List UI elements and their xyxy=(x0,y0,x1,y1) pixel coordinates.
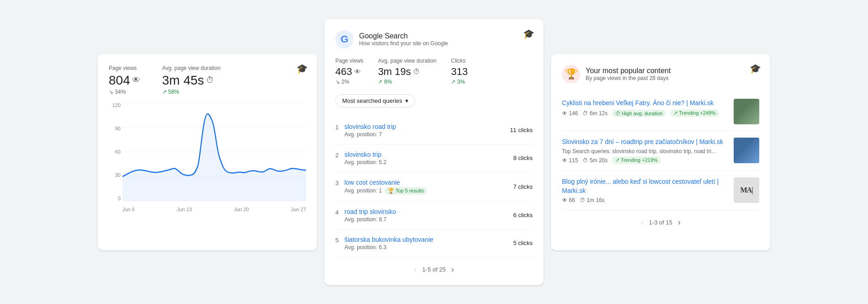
right-card-subtitle: By page views in the past 28 days xyxy=(586,75,671,81)
left-pv-value: 804 👁 xyxy=(109,73,140,88)
chevron-down-icon: ▾ xyxy=(405,97,408,104)
right-card-title: Your most popular content xyxy=(586,67,671,75)
content-item-2: Slovinsko za 7 dní – roadtrip pre začiat… xyxy=(562,131,759,171)
chart-svg xyxy=(122,102,306,201)
eye-icon: 👁 xyxy=(132,75,140,85)
middle-card: 🎓 G Google Search How visitors find your… xyxy=(324,19,544,285)
middle-card-header: G Google Search How visitors find your s… xyxy=(335,30,533,48)
right-pagination-info: 1-3 of 15 xyxy=(649,219,672,226)
left-dur-label: Avg. page view duration xyxy=(162,65,221,71)
timer-icon-mid: ⏱ xyxy=(413,68,420,75)
right-next-btn[interactable]: › xyxy=(678,218,681,227)
left-avg-duration: Avg. page view duration 3m 45s ⏱ ↗ 58% xyxy=(162,65,221,95)
query-item-3: 3 low cost cestovanie Avg. position: 1 🏆… xyxy=(335,172,533,202)
middle-clicks: Clicks 313 ↗ 3% xyxy=(451,58,468,85)
queries-dropdown[interactable]: Most searched queries ▾ xyxy=(335,94,415,107)
right-card: 🎓 🏆 Your most popular content By page vi… xyxy=(551,54,770,251)
right-card-icon-btn[interactable]: 🎓 xyxy=(750,63,761,74)
query-item-2: 2 slovinsko trip Avg. position: 5.2 8 cl… xyxy=(335,144,533,172)
high-avg-badge: ⏱ High avg. duration xyxy=(612,110,666,117)
trophy-logo: 🏆 xyxy=(562,65,580,83)
left-dur-change: ↗ 58% xyxy=(162,89,221,95)
trending-badge-2: ↗ Trending +219% xyxy=(612,156,661,164)
right-prev-btn[interactable]: ‹ xyxy=(640,218,643,227)
trending-badge-1: ↗ Trending +248% xyxy=(670,109,719,117)
thumb-3: MA| xyxy=(734,177,759,203)
top5-badge: 🏆 Top 5 results xyxy=(385,187,427,195)
middle-pagination: ‹ 1-5 of 25 › xyxy=(335,265,533,274)
chart-area: 120 90 60 30 0 Jun 6 Jun 13 Jun 20 Jun 2… xyxy=(109,102,306,212)
google-logo: G xyxy=(335,30,354,48)
eye-icon-mid: 👁 xyxy=(354,68,361,75)
right-card-titles: Your most popular content By page views … xyxy=(586,67,671,81)
right-pagination: ‹ 1-3 of 15 › xyxy=(562,218,759,227)
left-pv-change: ↘ 34% xyxy=(109,89,140,95)
left-card: Page views 804 👁 ↘ 34% Avg. page view du… xyxy=(98,54,317,251)
left-pv-label: Page views xyxy=(109,65,140,71)
left-metrics: Page views 804 👁 ↘ 34% Avg. page view du… xyxy=(109,65,306,95)
middle-card-title: Google Search xyxy=(359,32,448,40)
query-list: 1 slovinsko road trip Avg. position: 7 1… xyxy=(335,117,533,257)
content-item-1: Cyklisti na hrebeni Veľkej Fatry. Áno či… xyxy=(562,92,759,131)
middle-card-titles: Google Search How visitors find your sit… xyxy=(359,32,448,47)
content-item-3: Blog plný irónie... alebo keď si lowcost… xyxy=(562,171,759,210)
right-card-header: 🏆 Your most popular content By page view… xyxy=(562,65,759,83)
left-dur-value: 3m 45s ⏱ xyxy=(162,73,221,88)
next-page-btn[interactable]: › xyxy=(451,265,454,274)
prev-page-btn[interactable]: ‹ xyxy=(414,265,417,274)
middle-metrics: Page views 463 👁 ↘ 2% Avg. page view dur… xyxy=(335,58,533,85)
thumb-2 xyxy=(734,138,759,163)
thumb-1 xyxy=(734,99,759,124)
left-card-icon-btn[interactable]: 🎓 xyxy=(296,63,308,74)
timer-icon: ⏱ xyxy=(206,75,214,85)
middle-pv: Page views 463 👁 ↘ 2% xyxy=(335,58,363,85)
chart-y-labels: 120 90 60 30 0 xyxy=(109,102,121,201)
query-item-5: 5 šiatorska bukovinka ubytovanie Avg. po… xyxy=(335,229,533,257)
chart-x-labels: Jun 6 Jun 13 Jun 20 Jun 27 xyxy=(122,207,306,212)
pagination-info: 1-5 of 25 xyxy=(422,266,445,273)
left-page-views: Page views 804 👁 ↘ 34% xyxy=(109,65,140,95)
query-item-4: 4 road trip slovinsko Avg. position: 8.7… xyxy=(335,202,533,229)
middle-card-subtitle: How visitors find your site on Google xyxy=(359,40,448,47)
query-item-1: 1 slovinsko road trip Avg. position: 7 1… xyxy=(335,117,533,144)
middle-card-icon-btn[interactable]: 🎓 xyxy=(523,28,535,39)
middle-dur: Avg. page view duration 3m 19s ⏱ ↗ 8% xyxy=(378,58,436,85)
